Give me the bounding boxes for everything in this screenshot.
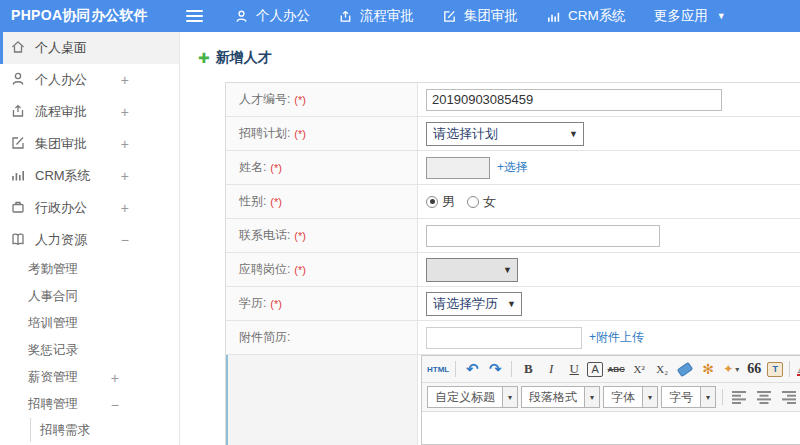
sidebar-item-recruit-demand[interactable]: 招聘需求 xyxy=(30,418,179,442)
form-row-phone: 联系电话: (*) xyxy=(226,219,800,253)
talent-no-input[interactable] xyxy=(426,89,722,111)
form-row-editor: HTML ↶ ↷ B I U A ABC X² X₂ ✻ xyxy=(226,355,800,445)
align-center-icon[interactable] xyxy=(754,387,776,407)
sidebar-subitem-label: 招聘需求 xyxy=(40,422,90,439)
expand-toggle[interactable]: + xyxy=(121,168,129,184)
workflow-icon xyxy=(338,9,353,24)
hamburger-menu-icon[interactable] xyxy=(186,7,204,25)
page-title-text: 新增人才 xyxy=(216,49,272,67)
strikethrough-button[interactable]: ABC xyxy=(606,359,626,379)
font-family-dropdown[interactable]: 字体 ▾ xyxy=(603,386,658,408)
nav-label: 更多应用 xyxy=(654,7,708,25)
main-content: ✚ 新增人才 人才编号: (*) 招聘计划: (*) 请选择计划 ▼ xyxy=(180,32,800,445)
align-right-icon[interactable] xyxy=(779,387,800,407)
sidebar-item-rewards[interactable]: 奖惩记录 xyxy=(0,337,179,364)
choose-person-link[interactable]: +选择 xyxy=(497,159,528,176)
sidebar-subitem-label: 培训管理 xyxy=(28,315,78,332)
caret-down-icon: ▼ xyxy=(569,129,578,139)
edit-icon xyxy=(442,9,457,24)
sidebar-item-recruitment[interactable]: 招聘管理 − xyxy=(0,391,179,418)
nav-more-apps[interactable]: 更多应用 ▼ xyxy=(654,7,726,25)
sidebar-item-training[interactable]: 培训管理 xyxy=(0,310,179,337)
form-row-plan: 招聘计划: (*) 请选择计划 ▼ xyxy=(226,117,800,151)
sidebar-item-group-approval[interactable]: 集团审批 + xyxy=(0,128,179,160)
superscript-button[interactable]: X² xyxy=(629,359,649,379)
sidebar-subitem-label: 人事合同 xyxy=(28,288,78,305)
nav-personal-office[interactable]: 个人办公 xyxy=(234,7,310,25)
redo-button[interactable]: ↷ xyxy=(485,359,505,379)
sidebar-item-hr-contract[interactable]: 人事合同 xyxy=(0,283,179,310)
required-mark: (*) xyxy=(270,196,282,208)
nav-crm-system[interactable]: CRM系统 xyxy=(546,7,626,25)
html-source-button[interactable]: HTML xyxy=(427,359,449,379)
sidebar-subitem-label: 薪资管理 xyxy=(28,369,78,386)
nav-label: 集团审批 xyxy=(464,7,518,25)
gender-male-label: 男 xyxy=(442,193,455,211)
blockquote-button[interactable]: 66 xyxy=(744,359,764,379)
nav-label: CRM系统 xyxy=(568,7,626,25)
font-color-button[interactable]: A ▾ xyxy=(796,359,800,379)
resume-input[interactable] xyxy=(426,327,582,349)
format-brush-icon[interactable]: ✻ xyxy=(698,359,718,379)
attachment-upload-link[interactable]: +附件上传 xyxy=(589,329,644,346)
field-label: 人才编号: (*) xyxy=(226,83,418,116)
plus-icon: ✚ xyxy=(198,50,210,66)
sidebar-subitem-label: 奖惩记录 xyxy=(28,342,78,359)
field-label: 附件简历: xyxy=(226,321,418,354)
sidebar-item-salary[interactable]: 薪资管理 + xyxy=(0,364,179,391)
paragraph-format-dropdown[interactable]: 段落格式 ▾ xyxy=(521,386,600,408)
expand-toggle[interactable]: + xyxy=(121,72,129,88)
nav-workflow-approval[interactable]: 流程审批 xyxy=(338,7,414,25)
sidebar-item-label: CRM系统 xyxy=(35,167,91,185)
subscript-button[interactable]: X₂ xyxy=(652,359,672,379)
collapse-toggle[interactable]: − xyxy=(121,232,129,248)
nav-label: 流程审批 xyxy=(360,7,414,25)
auto-typeset-icon[interactable]: ✦ ▾ xyxy=(721,359,741,379)
bold-button[interactable]: B xyxy=(518,359,538,379)
collapse-toggle[interactable]: − xyxy=(111,397,119,413)
expand-toggle[interactable]: + xyxy=(111,370,119,386)
gender-female-radio[interactable] xyxy=(467,196,479,208)
plan-select[interactable]: 请选择计划 ▼ xyxy=(426,122,584,146)
eraser-icon[interactable] xyxy=(675,359,695,379)
sidebar-item-crm[interactable]: CRM系统 + xyxy=(0,160,179,192)
caret-down-icon: ▾ xyxy=(584,387,599,407)
form-row-talent-no: 人才编号: (*) xyxy=(226,83,800,117)
font-size-dropdown[interactable]: 字号 ▾ xyxy=(661,386,716,408)
expand-toggle[interactable]: + xyxy=(121,104,129,120)
required-mark: (*) xyxy=(294,128,306,140)
app-logo: PHPOA协同办公软件 xyxy=(0,7,186,25)
user-icon xyxy=(10,71,26,90)
required-mark: (*) xyxy=(270,298,282,310)
underline-button[interactable]: U xyxy=(564,359,584,379)
sidebar-item-label: 人力资源 xyxy=(35,231,87,249)
caret-down-icon: ▼ xyxy=(717,11,726,21)
undo-button[interactable]: ↶ xyxy=(462,359,482,379)
name-input[interactable] xyxy=(426,157,490,179)
sidebar-item-workflow[interactable]: 流程审批 + xyxy=(0,96,179,128)
editor-content-area[interactable] xyxy=(422,412,800,444)
gender-male-radio[interactable] xyxy=(426,196,438,208)
sidebar-item-desktop[interactable]: 个人桌面 xyxy=(0,32,179,64)
phone-input[interactable] xyxy=(426,225,660,247)
sidebar: 个人桌面 个人办公 + 流程审批 + 集团审批 + CRM系统 + xyxy=(0,32,180,445)
field-label: 学历: (*) xyxy=(226,287,418,320)
align-left-icon[interactable] xyxy=(729,387,751,407)
education-select[interactable]: 请选择学历 ▼ xyxy=(426,292,522,316)
sidebar-item-admin-office[interactable]: 行政办公 + xyxy=(0,192,179,224)
paste-from-word-icon[interactable]: T xyxy=(767,362,783,377)
custom-title-dropdown[interactable]: 自定义标题 ▾ xyxy=(427,386,518,408)
sidebar-item-attendance[interactable]: 考勤管理 xyxy=(0,256,179,283)
sidebar-item-label: 个人办公 xyxy=(35,71,87,89)
font-style-button[interactable]: A xyxy=(587,362,603,377)
nav-group-approval[interactable]: 集团审批 xyxy=(442,7,518,25)
sidebar-item-hr[interactable]: 人力资源 − xyxy=(0,224,179,256)
italic-button[interactable]: I xyxy=(541,359,561,379)
sidebar-item-personal-office[interactable]: 个人办公 + xyxy=(0,64,179,96)
position-select[interactable]: ▼ xyxy=(426,258,518,282)
user-icon xyxy=(234,9,249,24)
field-label: 姓名: (*) xyxy=(226,151,418,184)
caret-down-icon: ▼ xyxy=(507,299,516,309)
expand-toggle[interactable]: + xyxy=(121,200,129,216)
expand-toggle[interactable]: + xyxy=(121,136,129,152)
